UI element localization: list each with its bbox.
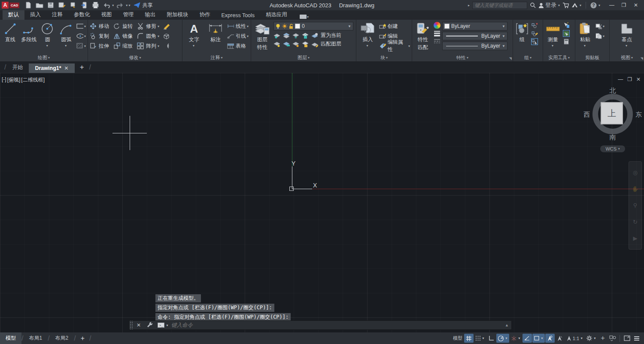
layer-unisolate-button[interactable] — [283, 32, 290, 39]
isodraft-dropdown[interactable]: ▼ — [518, 337, 521, 340]
restore-window-button[interactable]: ❐ — [618, 1, 629, 9]
pan-hand-icon[interactable]: ✋ — [632, 186, 638, 192]
ungroup-button[interactable] — [531, 22, 538, 29]
linetype-list-icon[interactable] — [434, 38, 440, 45]
hatch-dropdown[interactable]: ▾ — [84, 44, 86, 48]
redo-dropdown[interactable]: ▾ — [126, 3, 128, 7]
match-layer-button[interactable]: 匹配图层 — [321, 40, 341, 48]
tab-parametric[interactable]: 参数化 — [68, 10, 96, 20]
fillet-button[interactable]: 圆角▾ — [137, 32, 159, 40]
command-bar-close-icon[interactable]: ✕ — [134, 322, 144, 328]
file-tab-start[interactable]: 开始 — [6, 62, 29, 73]
autodesk-dropdown[interactable]: ▾ — [580, 3, 581, 7]
array-button[interactable]: 阵列▾ — [137, 42, 159, 50]
tab-addins[interactable]: 附加模块 — [161, 10, 194, 20]
new-file-button[interactable] — [24, 1, 33, 9]
help-button[interactable]: ? — [590, 2, 597, 9]
move-button[interactable]: 移动 — [90, 22, 109, 30]
layer-unlock-button[interactable] — [302, 41, 309, 48]
hatch-button[interactable]: ▾ — [76, 42, 86, 50]
annotation-monitor-button[interactable]: ＋ — [598, 334, 608, 343]
object-snap-toggle[interactable]: ▼ — [532, 334, 545, 343]
text-dropdown[interactable]: ▾ — [193, 44, 194, 48]
fillet-dropdown[interactable]: ▾ — [158, 34, 159, 38]
rectangle-dropdown[interactable]: ▾ — [84, 24, 86, 28]
object-snap-tracking-toggle[interactable] — [522, 334, 532, 343]
steering-wheel-icon[interactable]: ◎ — [633, 169, 638, 176]
view-cube-west[interactable]: 西 — [583, 111, 590, 119]
linetype-select[interactable]: ByLayer ▼ — [442, 42, 507, 50]
scale-button[interactable]: 缩放 — [113, 42, 133, 50]
command-line-bar[interactable]: ✕ >_▼ ▲ — [129, 320, 512, 330]
panel-label-view[interactable]: 视图▾ — [610, 54, 644, 61]
layout-tab-model[interactable]: 模型 — [0, 332, 21, 344]
insert-block-dropdown[interactable]: ▾ — [366, 44, 368, 48]
group-edit-button[interactable] — [531, 30, 538, 37]
isolate-objects-button[interactable] — [608, 334, 617, 343]
quick-select-alt-button[interactable] — [563, 30, 570, 37]
panel-label-draw[interactable]: 绘图▾ — [0, 54, 88, 61]
layer-properties-button[interactable]: 图层 特性 — [253, 21, 272, 51]
panel-label-block[interactable]: 块▾ — [356, 54, 412, 61]
panel-label-clipboard[interactable]: 剪贴板 — [575, 54, 609, 61]
close-window-button[interactable]: ✕ — [630, 1, 641, 9]
snap-dropdown[interactable]: ▼ — [482, 337, 485, 340]
share-button[interactable]: 共享 — [134, 2, 152, 9]
explode-button[interactable] — [163, 32, 170, 40]
copy-clip-dropdown[interactable]: ▾ — [603, 34, 605, 38]
ribbon-display-toggle[interactable]: ▾ — [297, 14, 311, 20]
command-scroll-up-icon[interactable]: ▲ — [502, 323, 511, 327]
print-button[interactable] — [91, 1, 100, 9]
insert-block-button[interactable]: 插入 ▾ — [358, 21, 377, 48]
workspace-dropdown[interactable]: ▼ — [593, 337, 596, 340]
table-button[interactable]: 表格 — [227, 42, 249, 50]
drawing-restore-button[interactable]: ❐ — [627, 76, 632, 82]
viewport-control-minimize[interactable]: [-] — [2, 76, 6, 84]
panel-label-groups[interactable]: 组▾ — [513, 54, 543, 61]
command-bar-drag-handle[interactable] — [129, 321, 134, 329]
new-layout-button[interactable]: + — [76, 335, 89, 342]
publish-button[interactable] — [79, 1, 89, 9]
view-cube-north[interactable]: 北 — [590, 87, 635, 95]
annotation-scale-dropdown[interactable]: ▼ — [580, 337, 583, 340]
paste-dropdown[interactable]: ▾ — [584, 44, 586, 48]
file-tab-close-icon[interactable]: ✕ — [64, 65, 69, 71]
drawing-minimize-button[interactable]: — — [618, 76, 623, 82]
copy-button[interactable]: 复制 — [90, 32, 109, 40]
layer-off-button[interactable] — [273, 41, 280, 48]
quick-select-button[interactable] — [563, 22, 570, 29]
tab-view[interactable]: 视图 — [96, 10, 118, 20]
trim-dropdown[interactable]: ▾ — [158, 24, 159, 28]
sign-in-button[interactable]: 登录 — [538, 1, 556, 9]
array-dropdown[interactable]: ▾ — [158, 44, 159, 48]
panel-label-utilities[interactable]: 实用工具▾ — [543, 54, 575, 61]
grid-toggle[interactable] — [464, 334, 474, 343]
mirror-button[interactable]: 镜像 — [113, 32, 133, 40]
drawing-area[interactable]: [-] [俯视] [二维线框] — ❐ ✕ Y X 上 北 南 西 东 WCS▾… — [0, 73, 644, 332]
sign-in-dropdown[interactable]: ▾ — [558, 3, 560, 7]
search-input[interactable] — [472, 2, 527, 9]
cut-button[interactable]: ▾ — [595, 22, 605, 30]
linear-dimension-button[interactable]: 线性▾ — [227, 22, 249, 30]
quick-calc-button[interactable] — [563, 38, 570, 45]
command-bar-customize-button[interactable] — [144, 321, 155, 329]
layer-select-dropdown[interactable]: ▼ — [348, 24, 351, 28]
redo-button[interactable] — [115, 1, 125, 9]
app-menu-button[interactable]: A CAD — [0, 0, 22, 10]
paste-button[interactable]: 粘贴 ▾ — [577, 21, 593, 48]
group-button[interactable]: 组 — [515, 21, 529, 43]
polar-tracking-toggle[interactable]: ▼ — [496, 334, 509, 343]
isodraft-toggle[interactable]: ▼ — [510, 334, 522, 343]
ellipse-button[interactable]: ▾ — [76, 32, 86, 40]
edit-attributes-dropdown[interactable]: ▾ — [408, 44, 410, 48]
stretch-button[interactable]: 拉伸 — [90, 42, 109, 50]
view-cube[interactable]: 上 北 南 西 东 — [590, 92, 635, 136]
layer-thaw-button[interactable] — [283, 41, 290, 48]
object-snap-dropdown[interactable]: ▼ — [541, 337, 544, 340]
set-current-layer-button[interactable]: 置为当前 — [321, 32, 341, 39]
tab-annotate[interactable]: 注释 — [46, 10, 68, 20]
match-properties-button[interactable]: 特性 匹配 — [414, 21, 432, 51]
customize-quick-access-dropdown[interactable]: ▾ — [128, 3, 130, 7]
view-cube-east[interactable]: 东 — [635, 111, 642, 119]
linear-dropdown[interactable]: ▾ — [247, 24, 249, 28]
